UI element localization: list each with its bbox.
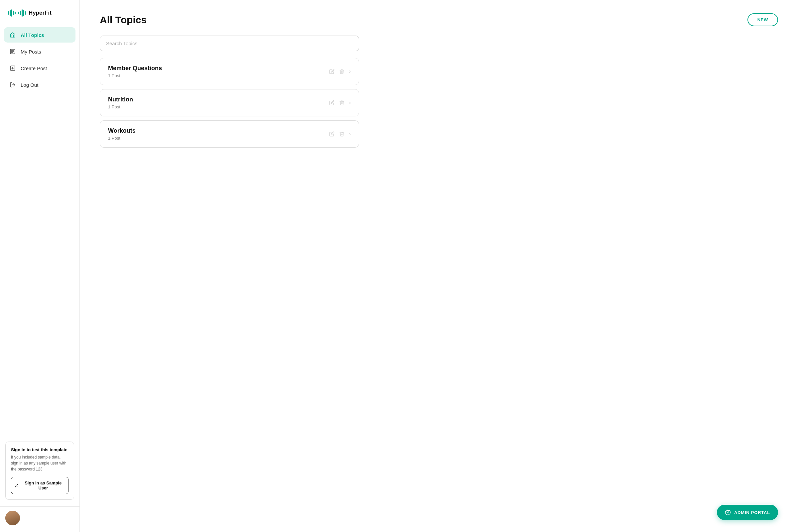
sidebar-nav: All Topics My Posts Creat xyxy=(0,25,79,436)
signin-title: Sign in to test this template xyxy=(11,447,69,452)
page-title: All Topics xyxy=(100,14,147,25)
topic-info: Nutrition 1 Post xyxy=(108,96,133,109)
svg-point-8 xyxy=(16,484,17,485)
signin-description: If you included sample data, sign in as … xyxy=(11,454,69,472)
topic-name: Nutrition xyxy=(108,96,133,103)
topic-card-nutrition[interactable]: Nutrition 1 Post xyxy=(100,89,359,116)
delete-icon[interactable] xyxy=(339,69,344,74)
topic-count: 1 Post xyxy=(108,136,136,141)
admin-portal-button[interactable]: ADMIN PORTAL xyxy=(717,505,778,520)
sidebar-item-my-posts[interactable]: My Posts xyxy=(4,44,75,59)
document-icon xyxy=(9,48,16,55)
sidebar-item-label: All Topics xyxy=(21,32,44,38)
plus-icon xyxy=(9,65,16,72)
app-name: HyperFit xyxy=(28,10,52,16)
sidebar-item-log-out[interactable]: Log Out xyxy=(4,77,75,92)
chevron-right-icon: › xyxy=(349,131,351,137)
topic-card-member-questions[interactable]: Member Questions 1 Post xyxy=(100,58,359,85)
topic-count: 1 Post xyxy=(108,73,162,78)
edit-icon[interactable] xyxy=(329,131,335,137)
new-button[interactable]: NEW xyxy=(747,13,778,26)
search-container xyxy=(100,36,778,51)
sidebar-item-all-topics[interactable]: All Topics xyxy=(4,27,75,42)
sidebar-item-create-post[interactable]: Create Post xyxy=(4,60,75,76)
sidebar-item-label: Log Out xyxy=(21,82,38,88)
logo-icon xyxy=(8,9,26,17)
topic-actions: › xyxy=(329,131,351,137)
signin-sample-user-button[interactable]: Sign in as Sample User xyxy=(11,477,69,494)
chevron-right-icon: › xyxy=(349,69,351,75)
topic-name: Workouts xyxy=(108,127,136,134)
edit-icon[interactable] xyxy=(329,100,335,106)
topic-card-workouts[interactable]: Workouts 1 Post xyxy=(100,120,359,148)
page-header: All Topics NEW xyxy=(100,13,778,26)
home-icon xyxy=(9,32,16,38)
logout-icon xyxy=(9,81,16,88)
avatar-image xyxy=(5,511,20,525)
topic-info: Workouts 1 Post xyxy=(108,127,136,141)
topic-actions: › xyxy=(329,69,351,75)
sidebar-item-label: My Posts xyxy=(21,49,41,55)
delete-icon[interactable] xyxy=(339,100,344,106)
main-content: All Topics NEW Member Questions 1 Post xyxy=(80,0,798,532)
search-input[interactable] xyxy=(100,36,359,51)
avatar xyxy=(5,511,20,525)
delete-icon[interactable] xyxy=(339,131,344,137)
chevron-right-icon: › xyxy=(349,100,351,106)
topic-info: Member Questions 1 Post xyxy=(108,65,162,78)
logo-area: HyperFit xyxy=(0,0,79,25)
signin-box: Sign in to test this template If you inc… xyxy=(5,441,74,500)
topic-count: 1 Post xyxy=(108,104,133,109)
topic-actions: › xyxy=(329,100,351,106)
svg-point-9 xyxy=(727,510,729,512)
topics-list: Member Questions 1 Post xyxy=(100,58,359,148)
topic-name: Member Questions xyxy=(108,65,162,72)
edit-icon[interactable] xyxy=(329,69,335,74)
user-icon xyxy=(15,483,19,488)
admin-icon xyxy=(725,509,731,515)
sidebar-item-label: Create Post xyxy=(21,65,47,71)
sidebar: HyperFit All Topics My Posts xyxy=(0,0,80,532)
sidebar-footer xyxy=(0,507,79,532)
